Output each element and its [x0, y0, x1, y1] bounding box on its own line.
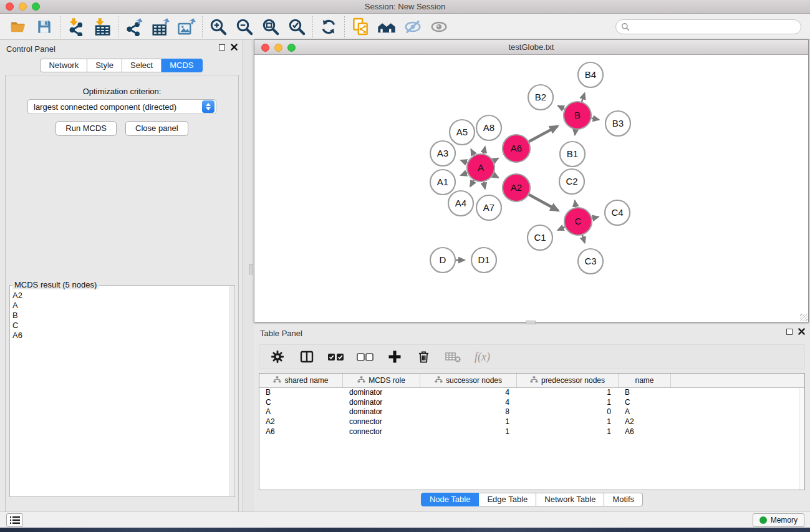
edge-A-A2[interactable] — [493, 175, 498, 178]
edge-C-C1[interactable] — [558, 227, 565, 230]
node-A1[interactable]: A1 — [430, 170, 455, 195]
table-row[interactable]: A6connector11A6 — [259, 427, 799, 437]
run-mcds-button[interactable]: Run MCDS — [55, 121, 117, 136]
first-neighbors-icon[interactable] — [374, 16, 400, 38]
node-B1[interactable]: B1 — [560, 142, 585, 167]
node-A8[interactable]: A8 — [476, 115, 501, 140]
export-table-icon[interactable] — [147, 16, 173, 38]
close-panel-icon[interactable] — [231, 44, 238, 51]
splitter-handle-vertical[interactable] — [249, 264, 253, 274]
node-C2[interactable]: C2 — [559, 169, 584, 194]
node-A6[interactable]: A6 — [503, 135, 530, 162]
deselect-all-icon[interactable] — [354, 346, 377, 367]
task-history-button[interactable] — [6, 513, 23, 527]
table-scrollbar[interactable] — [799, 388, 804, 490]
node-A3[interactable]: A3 — [430, 141, 455, 166]
node-C[interactable]: C — [564, 208, 592, 235]
network-window-titlebar[interactable]: testGlobe.txt — [254, 40, 808, 55]
zoom-in-icon[interactable] — [205, 16, 231, 38]
node-A4[interactable]: A4 — [448, 191, 473, 216]
table-row[interactable]: Cdominator41C — [259, 398, 799, 408]
import-network-icon[interactable] — [63, 16, 89, 38]
optimization-criterion-select[interactable]: largest connected component (directed) — [27, 99, 216, 114]
delete-table-icon[interactable] — [441, 346, 465, 367]
open-file-icon[interactable] — [5, 16, 31, 38]
node-A2[interactable]: A2 — [503, 174, 530, 201]
node-A5[interactable]: A5 — [450, 120, 475, 145]
tab-network-table[interactable]: Network Table — [536, 493, 604, 506]
result-item[interactable]: A2 — [12, 291, 229, 301]
edge-C-C2[interactable] — [575, 201, 576, 208]
node-A[interactable]: A — [467, 154, 494, 181]
zoom-out-icon[interactable] — [231, 16, 258, 38]
result-item[interactable]: B — [12, 311, 229, 321]
result-scrollbar[interactable] — [229, 286, 234, 496]
edge-A-A1[interactable] — [461, 173, 467, 175]
show-all-icon[interactable] — [426, 16, 452, 38]
edge-C-C4[interactable] — [592, 217, 598, 218]
zoom-selected-icon[interactable] — [284, 16, 310, 38]
save-session-icon[interactable] — [31, 16, 57, 38]
node-A7[interactable]: A7 — [476, 195, 501, 220]
network-canvas[interactable]: B4B2BB3A5A8A6B1A3AC2A1A2A4A7C4CC1C3DD1 — [254, 55, 808, 322]
new-network-from-selection-icon[interactable] — [347, 16, 374, 38]
node-C4[interactable]: C4 — [605, 200, 630, 225]
add-row-icon[interactable] — [383, 346, 406, 367]
tab-select[interactable]: Select — [122, 59, 162, 72]
search-input[interactable] — [632, 21, 801, 33]
node-B[interactable]: B — [564, 102, 591, 129]
tab-edge-table[interactable]: Edge Table — [479, 493, 536, 506]
memory-button[interactable]: Memory — [753, 513, 804, 527]
node-D1[interactable]: D1 — [471, 248, 496, 273]
column-header-shared-name[interactable]: shared name — [259, 374, 343, 387]
float-table-panel-icon[interactable] — [786, 329, 793, 335]
table-row[interactable]: A2connector11A2 — [259, 417, 799, 427]
tab-style[interactable]: Style — [87, 59, 122, 72]
import-table-icon[interactable] — [89, 16, 115, 38]
tab-node-table[interactable]: Node Table — [421, 493, 480, 506]
tab-mcds[interactable]: MCDS — [162, 59, 202, 72]
close-table-panel-icon[interactable] — [798, 328, 805, 335]
close-panel-button[interactable]: Close panel — [125, 121, 188, 136]
mcds-result-list[interactable]: A2ABCA6 — [12, 291, 229, 495]
node-C1[interactable]: C1 — [528, 225, 552, 250]
node-C3[interactable]: C3 — [578, 249, 603, 274]
edge-B-B1[interactable] — [575, 130, 576, 135]
table-row[interactable]: Adominator80A — [259, 407, 799, 417]
edge-A6-B[interactable] — [529, 126, 557, 142]
hide-selected-icon[interactable] — [400, 16, 426, 38]
edge-A2-C[interactable] — [529, 195, 558, 211]
export-image-icon[interactable] — [173, 16, 200, 38]
apply-layout-icon[interactable] — [316, 16, 342, 38]
export-network-icon[interactable] — [121, 16, 147, 38]
edge-A-A6[interactable] — [493, 158, 498, 161]
tab-motifs[interactable]: Motifs — [604, 493, 643, 506]
function-builder-icon[interactable]: f(x) — [471, 346, 494, 367]
edge-B-B4[interactable] — [582, 93, 584, 102]
tab-network[interactable]: Network — [40, 59, 87, 72]
search-field[interactable] — [615, 19, 801, 34]
window-resize-grip[interactable] — [800, 314, 808, 321]
edge-C-C3[interactable] — [582, 235, 585, 243]
node-B4[interactable]: B4 — [578, 62, 603, 87]
column-header-name[interactable]: name — [619, 374, 671, 387]
edge-A-A5[interactable] — [471, 149, 474, 155]
node-D[interactable]: D — [430, 248, 455, 273]
zoom-fit-icon[interactable] — [258, 16, 284, 38]
result-item[interactable]: A6 — [12, 331, 229, 341]
result-item[interactable]: A — [12, 301, 229, 311]
delete-row-icon[interactable] — [412, 346, 435, 367]
column-header-predecessor-nodes[interactable]: predecessor nodes — [517, 374, 619, 387]
settings-gear-icon[interactable] — [266, 346, 289, 367]
node-B2[interactable]: B2 — [528, 85, 553, 110]
result-item[interactable]: C — [12, 321, 229, 331]
edge-A-A8[interactable] — [484, 147, 485, 153]
edge-B-B2[interactable] — [558, 106, 565, 109]
float-panel-icon[interactable] — [219, 44, 225, 51]
edge-B-B3[interactable] — [592, 118, 599, 120]
show-columns-icon[interactable] — [295, 346, 318, 367]
select-all-icon[interactable] — [324, 346, 347, 367]
node-B3[interactable]: B3 — [605, 111, 630, 136]
table-row[interactable]: Bdominator41B — [259, 388, 799, 398]
edge-A-A3[interactable] — [461, 160, 467, 163]
